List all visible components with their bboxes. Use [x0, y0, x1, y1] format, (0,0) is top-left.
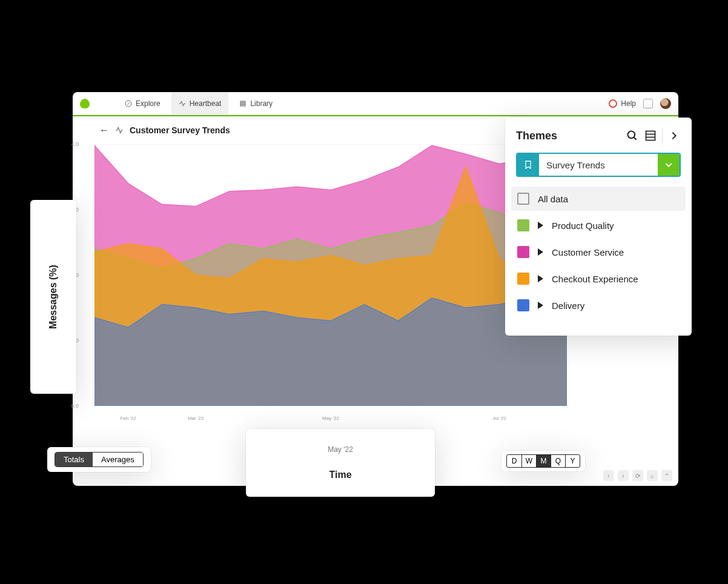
expand-caret-icon [538, 302, 543, 309]
compass-icon [125, 100, 132, 107]
help-icon [609, 99, 617, 108]
svg-rect-4 [240, 105, 245, 106]
svg-rect-3 [240, 103, 245, 104]
theme-label: Customer Service [552, 247, 624, 257]
search-icon [626, 130, 638, 142]
time-panel: May '22 Time [246, 429, 435, 497]
interval-D[interactable]: D [507, 455, 521, 467]
interval-W[interactable]: W [521, 455, 536, 467]
interval-toggle: DWMQY [506, 454, 580, 468]
next-button[interactable]: › [618, 470, 629, 481]
x-tick: Mar '22 [188, 416, 204, 421]
expand-caret-icon [538, 275, 543, 282]
theme-label: All data [538, 194, 568, 204]
y-tick: 4.0 [71, 141, 79, 147]
themes-panel: Themes Survey Trends All dataProduct Qua… [505, 118, 692, 336]
nav-explore-label: Explore [136, 99, 160, 108]
interval-M[interactable]: M [536, 455, 551, 467]
interval-panel: DWMQY [501, 451, 585, 471]
nav-heartbeat[interactable]: Heartbeat [171, 92, 229, 115]
help-label: Help [621, 99, 636, 108]
nav-explore[interactable]: Explore [117, 92, 168, 115]
home-button[interactable]: ⌂ [647, 470, 658, 481]
list-view-button[interactable] [644, 129, 657, 142]
x-tick: Feb '22 [120, 416, 136, 421]
svg-rect-12 [646, 131, 655, 141]
search-button[interactable] [626, 129, 639, 142]
theme-label: Product Quality [552, 221, 614, 231]
theme-all-data[interactable]: All data [511, 187, 686, 211]
theme-item-2[interactable]: Checkout Experience [511, 267, 686, 291]
prev-button[interactable]: ‹ [603, 470, 614, 481]
back-arrow-icon[interactable]: ← [99, 125, 109, 136]
theme-item-0[interactable]: Product Quality [511, 213, 686, 237]
nav-heartbeat-label: Heartbeat [190, 99, 222, 108]
help-link[interactable]: Help [609, 99, 636, 108]
footer-toolbar: ‹ › ⟳ ⌂ ⌃ [603, 470, 672, 481]
theme-label: Delivery [552, 300, 584, 311]
stack-icon [239, 100, 247, 107]
time-label: Time [329, 470, 351, 480]
nav-library[interactable]: Library [232, 92, 280, 115]
topbar: Explore Heartbeat Library Help [73, 92, 678, 116]
theme-list: All dataProduct QualityCustomer ServiceC… [505, 187, 692, 317]
themes-title: Themes [516, 130, 626, 142]
themes-dropdown[interactable]: Survey Trends [516, 153, 681, 177]
list-icon [644, 130, 657, 142]
checkbox-icon [517, 193, 529, 205]
chart-area: 0.01.02.03.04.0 Feb '22Mar '22May '22Jul… [94, 144, 567, 406]
chevron-right-icon [669, 131, 679, 141]
chevron-down-icon [658, 154, 680, 176]
svg-rect-2 [240, 101, 245, 102]
y-tick: 0.0 [71, 403, 79, 409]
comment-icon[interactable] [643, 99, 653, 108]
pulse-icon [115, 126, 124, 134]
interval-Q[interactable]: Q [551, 455, 565, 467]
theme-item-1[interactable]: Customer Service [511, 240, 686, 264]
svg-line-1 [127, 102, 130, 105]
area-chart [94, 144, 567, 406]
page-title: Customer Survey Trends [130, 125, 230, 135]
bookmark-icon [517, 154, 539, 176]
interval-Y[interactable]: Y [565, 455, 580, 467]
theme-item-3[interactable]: Delivery [511, 293, 686, 317]
logo-icon [80, 99, 90, 108]
expand-caret-icon [538, 222, 543, 229]
x-tick: May '22 [322, 416, 339, 421]
x-tick: Jul '22 [492, 416, 506, 421]
refresh-button[interactable]: ⟳ [632, 470, 643, 481]
svg-line-11 [634, 138, 637, 140]
color-swatch [517, 246, 529, 258]
color-swatch [517, 273, 529, 285]
time-tick: May '22 [328, 445, 353, 454]
collapse-button[interactable]: ⌃ [661, 470, 672, 481]
color-swatch [517, 299, 529, 311]
pulse-icon [179, 100, 186, 107]
nav-library-label: Library [250, 99, 273, 108]
averages-button[interactable]: Averages [93, 453, 143, 466]
expand-button[interactable] [667, 129, 681, 142]
y-axis-panel: Messages (%) [30, 200, 76, 394]
y-axis-label: Messages (%) [48, 265, 59, 329]
theme-label: Checkout Experience [552, 274, 638, 284]
aggregate-toggle: Totals Averages [55, 452, 144, 467]
expand-caret-icon [538, 248, 543, 256]
avatar[interactable] [660, 98, 671, 109]
svg-point-10 [628, 131, 635, 139]
dropdown-label: Survey Trends [539, 160, 658, 170]
totals-button[interactable]: Totals [55, 453, 93, 466]
color-swatch [517, 219, 529, 231]
aggregate-toggle-panel: Totals Averages [47, 447, 151, 472]
